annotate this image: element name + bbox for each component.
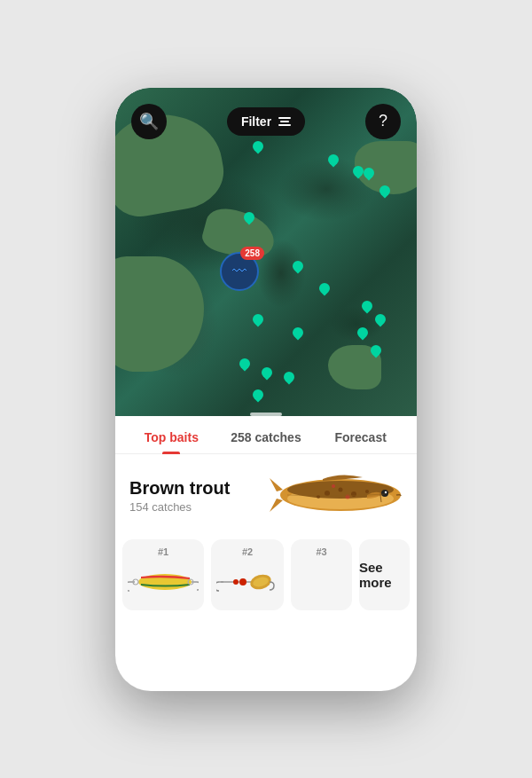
tab-catches[interactable]: 258 catches [219,420,314,453]
bait-card-2[interactable]: #2 [211,539,284,610]
map-pin[interactable] [284,372,294,384]
tab-forecast[interactable]: Forecast [313,420,408,453]
map-area: 🔍 Filter ? [115,88,417,425]
bait-rank-1: #1 [158,546,168,557]
bait-rank-3: #3 [316,546,326,557]
svg-point-5 [351,491,356,497]
fish-info: Brown trout 154 catches [129,478,270,514]
cluster-marker[interactable]: 〰 258 [220,252,259,291]
svg-point-10 [381,490,388,497]
bait-image-3 [296,562,347,602]
fish-catch-count: 154 catches [129,500,270,514]
map-pin[interactable] [293,327,303,340]
fish-image [270,465,403,527]
filter-button[interactable]: Filter [227,107,305,136]
baits-section: #1 [115,532,417,617]
svg-point-20 [239,578,246,585]
lure-2-svg [216,570,278,594]
map-pin[interactable] [253,141,263,153]
map-pin[interactable] [375,314,386,326]
bait-rank-2: #2 [242,546,253,557]
map-pin[interactable] [371,345,381,358]
map-pin[interactable] [362,301,372,313]
brown-trout-svg [270,465,403,527]
cluster-circle: 〰 258 [220,252,259,291]
lure-1-svg [128,569,199,595]
svg-point-4 [339,487,343,491]
search-button[interactable]: 🔍 [131,104,167,139]
fish-name: Brown trout [129,478,270,499]
help-icon: ? [379,112,387,130]
map-pin[interactable] [357,327,368,340]
see-more-label: See more [359,560,410,590]
drag-handle[interactable] [250,413,282,416]
map-pin[interactable] [328,154,339,167]
phone-frame: 🔍 Filter ? [115,88,417,691]
map-pin[interactable] [244,212,254,224]
bait-card-1[interactable]: #1 [122,539,204,610]
svg-point-21 [233,579,239,585]
map-pin[interactable] [262,367,272,380]
map-header: 🔍 Filter ? [115,104,417,139]
bait-image-1 [128,562,199,602]
search-icon: 🔍 [139,112,159,131]
svg-point-8 [332,484,335,488]
bait-image-2 [216,562,278,602]
tab-top-baits[interactable]: Top baits [124,420,219,453]
cluster-count: 258 [240,247,264,260]
tabs: Top baits 258 catches Forecast [115,416,417,454]
map-pin[interactable] [353,166,364,178]
fish-section: Brown trout 154 catches [115,454,417,532]
help-button[interactable]: ? [365,104,401,139]
map-pin[interactable] [253,389,263,402]
filter-label: Filter [241,114,271,129]
bottom-panel: Top baits 258 catches Forecast Brown tro… [115,416,417,691]
map-pin[interactable] [319,283,330,295]
see-more-button[interactable]: See more [359,539,410,610]
svg-point-3 [325,491,330,496]
map-pin[interactable] [253,314,263,326]
map-pin[interactable] [364,168,374,180]
cluster-waves-icon: 〰 [232,263,246,279]
map-pin[interactable] [379,185,390,198]
map-pin[interactable] [293,261,303,273]
svg-point-6 [365,490,369,493]
filter-icon [278,117,291,126]
bait-card-3[interactable]: #3 [291,539,352,610]
map-pin[interactable] [239,358,250,371]
svg-point-11 [385,491,387,492]
